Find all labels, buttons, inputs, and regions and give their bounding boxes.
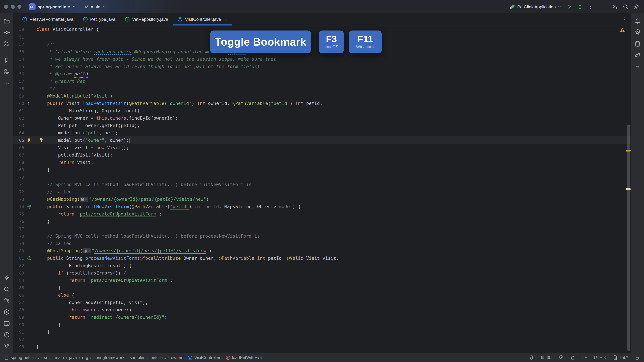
code-line-79[interactable]: 79 // called xyxy=(14,240,630,247)
editor-tab-PetType.java[interactable]: CPetType.java xyxy=(78,13,120,25)
minimize-window-button[interactable] xyxy=(11,5,15,9)
tool-window-button-project-folder-icon[interactable] xyxy=(2,16,11,26)
breadcrumb-item-src[interactable]: src xyxy=(44,355,50,360)
code-line-73[interactable]: 73 @GetMapping("/owners/{ownerId}/pets/{… xyxy=(14,195,630,203)
breadcrumb-item-petclinic[interactable]: petclinic xyxy=(150,355,166,360)
code-line-90[interactable]: 90 } xyxy=(14,321,630,328)
status-widget-indent-style[interactable]: Tab* xyxy=(612,355,628,360)
tool-window-button-problems-icon[interactable] xyxy=(2,330,11,340)
code-line-60[interactable]: 60@ public Visit loadPetWithVisit(@PathV… xyxy=(14,99,630,107)
code-line-92[interactable]: 92 xyxy=(14,336,630,343)
code-line-55[interactable]: 55 * Pet object always has an id (Even t… xyxy=(14,63,630,70)
code-line-70[interactable]: 70 xyxy=(14,173,630,181)
code-line-76[interactable]: 76 } xyxy=(14,218,630,225)
status-widget-line-separator[interactable]: LF xyxy=(582,355,587,360)
code-line-78[interactable]: 78 // Spring MVC calls method loadPetWit… xyxy=(14,232,630,240)
tool-window-button-commit-icon[interactable] xyxy=(2,28,11,37)
tool-window-button-bookmarks-icon[interactable] xyxy=(2,56,11,65)
breadcrumb-item-java[interactable]: java xyxy=(69,355,77,360)
code-line-66[interactable]: 66 Visit visit = new Visit(); xyxy=(14,144,630,151)
status-widget-tree-icon[interactable] xyxy=(529,355,534,360)
code-line-61[interactable]: 61 Map<String, Object> model) { xyxy=(14,107,630,114)
code-line-71[interactable]: 71 // Spring MVC calls method loadPetWit… xyxy=(14,181,630,188)
project-widget[interactable]: SP spring-petclinic xyxy=(29,3,76,10)
code-line-91[interactable]: 91 } xyxy=(14,328,630,336)
code-line-74[interactable]: 74 public String initNewVisitForm(@PathV… xyxy=(14,203,630,210)
editor-tab-PetTypeFormatter.java[interactable]: CPetTypeFormatter.java xyxy=(18,13,78,25)
tool-window-button-terminal-icon[interactable] xyxy=(2,319,11,328)
breadcrumb-item-org[interactable]: org xyxy=(82,355,88,360)
code-line-87[interactable]: 87 owner.addVisit(petId, visit); xyxy=(14,299,630,306)
code-line-81[interactable]: 81 public String processNewVisitForm(@Mo… xyxy=(14,254,630,262)
code-line-63[interactable]: 63 Pet pet = owner.getPet(petId); xyxy=(14,122,630,129)
status-widget-file-encoding[interactable]: UTF-8 xyxy=(594,355,606,360)
code-line-72[interactable]: 72 // called xyxy=(14,188,630,195)
run-button[interactable] xyxy=(566,4,572,10)
search-everywhere-icon[interactable] xyxy=(622,4,628,10)
debug-button[interactable] xyxy=(577,4,583,10)
annotation-gutter-icon[interactable]: @ xyxy=(27,101,32,106)
code-line-84[interactable]: 84 return "pets/createOrUpdateVisitForm"… xyxy=(14,277,630,284)
code-line-64[interactable]: 64 model.put("pet", pet); xyxy=(14,129,630,136)
code-line-93[interactable]: 93} xyxy=(14,343,630,350)
code-line-75[interactable]: 75 return "pets/createOrUpdateVisitForm"… xyxy=(14,210,630,218)
tool-window-button-services-icon[interactable] xyxy=(2,307,11,317)
code-editor[interactable]: 39class VisitController { 5152 /**53 * C… xyxy=(14,25,630,353)
breadcrumb-item-spring-petclinic[interactable]: spring-petclinic xyxy=(4,355,39,360)
url-mapping-gutter-icon[interactable] xyxy=(27,204,32,209)
code-line-82[interactable]: 82 BindingResult result) { xyxy=(14,262,630,269)
tool-window-button-ai-assistant-icon[interactable] xyxy=(633,28,642,37)
code-with-me-add-user-icon[interactable] xyxy=(612,4,618,10)
tool-window-button-notifications-bell-icon[interactable] xyxy=(633,16,642,26)
breadcrumb-item-samples[interactable]: samples xyxy=(130,355,145,360)
status-widget-droplet-icon[interactable] xyxy=(570,355,576,360)
code-line-77[interactable]: 77 xyxy=(14,225,630,232)
status-widget-ai-spiral-icon[interactable] xyxy=(558,355,564,360)
status-widget-lock-open-icon[interactable] xyxy=(634,355,640,360)
code-line-88[interactable]: 88 this.owners.save(owner); xyxy=(14,306,630,313)
tool-window-button-maven-icon[interactable]: m xyxy=(633,62,642,71)
code-line-83[interactable]: 83 if (result.hasErrors()) { xyxy=(14,269,630,277)
tool-window-button-find-icon[interactable] xyxy=(2,285,11,294)
inspections-warning-icon[interactable] xyxy=(620,27,625,32)
tool-window-button-more-tool-windows-icon[interactable] xyxy=(2,78,11,88)
code-line-62[interactable]: 62 Owner owner = this.owners.findById(ow… xyxy=(14,114,630,122)
code-line-85[interactable]: 85 } xyxy=(14,284,630,291)
tool-window-button-database-icon[interactable] xyxy=(633,39,642,49)
tool-window-button-build-icon[interactable] xyxy=(2,296,11,305)
tab-options-kebab-icon[interactable] xyxy=(621,13,630,25)
code-line-56[interactable]: 56 * @param petId xyxy=(14,70,630,77)
breadcrumb-item-loadPetWithVisit[interactable]: mloadPetWithVisit xyxy=(226,355,262,360)
tool-window-button-pull-requests-icon[interactable] xyxy=(2,39,11,49)
close-window-button[interactable] xyxy=(4,5,8,9)
code-line-69[interactable]: 69 } xyxy=(14,166,630,173)
url-mapping-gutter-icon[interactable] xyxy=(27,256,32,261)
code-line-67[interactable]: 67 pet.addVisit(visit); xyxy=(14,151,630,159)
code-line-58[interactable]: 58 */ xyxy=(14,85,630,92)
settings-gear-icon[interactable] xyxy=(633,4,639,10)
breadcrumb-item-main[interactable]: main xyxy=(55,355,64,360)
code-line-59[interactable]: 59 @ModelAttribute("visit") xyxy=(14,92,630,99)
url-globe-chip-icon[interactable] xyxy=(82,249,91,254)
more-actions-kebab-icon[interactable] xyxy=(588,4,594,10)
editor-tab-VisitController.java[interactable]: CVisitController.java× xyxy=(173,13,232,25)
editor-scrollbar[interactable] xyxy=(627,125,630,351)
code-line-57[interactable]: 57 * @return Pet xyxy=(14,77,630,85)
run-configuration-widget[interactable]: PetClinicApplication xyxy=(510,4,562,10)
breadcrumb-item-owner[interactable]: owner xyxy=(171,355,182,360)
code-line-65[interactable]: 65 model.put("owner", owner); xyxy=(14,136,630,144)
editor-tab-VetRepository.java[interactable]: IVetRepository.java xyxy=(120,13,173,25)
url-globe-chip-icon[interactable] xyxy=(80,197,88,202)
tool-window-button-endpoints-icon[interactable] xyxy=(2,273,11,283)
intention-bulb-icon[interactable] xyxy=(39,137,44,143)
code-line-89[interactable]: 89 return "redirect:/owners/{ownerId}"; xyxy=(14,313,630,321)
tool-window-button-gradle-icon[interactable] xyxy=(633,51,642,60)
window-controls[interactable] xyxy=(4,5,22,9)
tab-close-icon[interactable]: × xyxy=(225,17,228,22)
status-widget-caret-position[interactable]: 65:35 xyxy=(541,355,552,360)
tool-window-button-git-icon[interactable] xyxy=(2,342,11,351)
bookmark-icon[interactable] xyxy=(27,138,32,143)
tool-window-button-structure-icon[interactable] xyxy=(2,67,11,76)
code-line-54[interactable]: 54 * we always have fresh data - Since w… xyxy=(14,55,630,63)
code-line-80[interactable]: 80 @PostMapping("/owners/{ownerId}/pets/… xyxy=(14,247,630,254)
